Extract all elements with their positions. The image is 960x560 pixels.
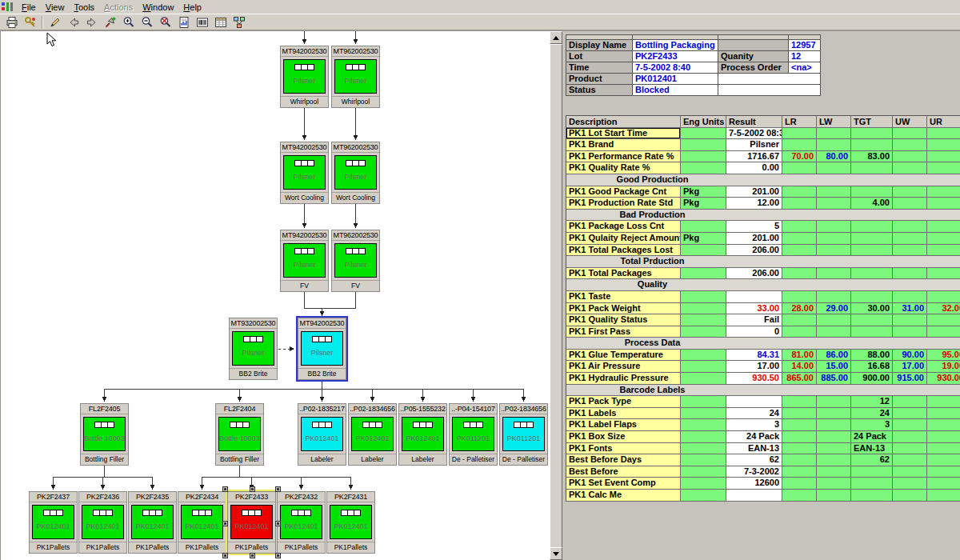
selection-handle[interactable] (250, 486, 255, 492)
section-row: Good Production (566, 174, 960, 186)
row-description[interactable]: PK1 Calc Me (566, 490, 681, 502)
scroll-up-button[interactable] (550, 31, 562, 44)
lot-node[interactable]: PK2F2432PK012401PK1Pallets (277, 491, 326, 554)
lot-node[interactable]: PK2F2433PK012401PK1Pallets (227, 491, 276, 554)
lot-node[interactable]: ..P02-1834656PK012401Labeler (348, 403, 397, 466)
barcode-icon[interactable] (193, 14, 211, 30)
row-description[interactable]: PK1 Total Packages Lost (566, 245, 681, 257)
lot-node[interactable]: FL2F2404Bottle 10003Bottling Filler (215, 403, 264, 466)
row-description[interactable]: PK1 Set Event Comp (566, 478, 681, 490)
forward-arrow-icon[interactable] (82, 14, 101, 30)
column-header-lr[interactable]: LR (782, 116, 817, 128)
lot-node[interactable]: MT962002530PilsnerWhirlpool (331, 46, 380, 108)
genealogy-diagram-panel[interactable]: MT942002530PilsnerWhirlpoolMT962002530Pi… (0, 30, 550, 560)
row-description[interactable]: PK1 Quality Rate % (566, 162, 681, 174)
row-description[interactable]: PK1 Quality Status (566, 314, 681, 326)
selection-handle[interactable] (275, 553, 281, 558)
row-description[interactable]: PK1 Brand (566, 139, 681, 151)
column-header-result[interactable]: Result (726, 116, 782, 128)
selection-handle[interactable] (222, 521, 228, 526)
lot-node[interactable]: PK2F2436PK012401PK1Pallets (78, 491, 127, 554)
row-cell: 201.00 (726, 233, 782, 245)
row-cell (817, 268, 851, 280)
zoom-out-icon[interactable] (138, 14, 156, 30)
scroll-down-button[interactable] (550, 547, 562, 560)
column-header-tgt[interactable]: TGT (851, 116, 893, 128)
row-cell: 70.00 (782, 151, 817, 163)
grid-view-icon[interactable] (211, 14, 230, 30)
selection-handle[interactable] (275, 486, 281, 492)
menu-view[interactable]: View (41, 2, 70, 14)
row-description[interactable]: PK1 Taste (566, 291, 681, 303)
selection-handle[interactable] (222, 486, 228, 492)
row-description[interactable]: PK1 Pack Weight (566, 303, 681, 315)
column-header-eng-units[interactable]: Eng Units (681, 116, 726, 128)
results-table[interactable]: DescriptionEng UnitsResultLRLWTGTUWURPK1… (566, 115, 960, 502)
lot-node[interactable]: PK2F2431PK012401PK1Pallets (326, 491, 375, 554)
lot-node[interactable]: MT932002530PilsnerBB2 Brite (229, 318, 278, 380)
row-description[interactable]: PK1 Performance Rate % (566, 151, 681, 163)
lot-node[interactable]: FL2F2405Bottle 10003Bottling Filler (80, 403, 129, 466)
lot-node[interactable]: MT942002530PilsnerFV (280, 230, 329, 292)
selection-handle[interactable] (222, 553, 228, 558)
column-header-description[interactable]: Description (566, 116, 681, 128)
genealogy-view-icon[interactable] (230, 14, 248, 30)
menu-file[interactable]: File (17, 2, 41, 14)
login-key-icon[interactable] (21, 14, 39, 30)
node-status-squares (44, 510, 63, 516)
row-description[interactable]: PK1 Box Size (566, 431, 681, 443)
row-description[interactable]: PK1 Package Loss Cnt (566, 221, 681, 233)
row-description[interactable]: PK1 Lot Start Time (566, 128, 681, 140)
row-description[interactable]: PK1 Hydraulic Pressure (566, 373, 681, 385)
lot-node[interactable]: PK2F2434PK012401PK1Pallets (178, 491, 226, 554)
lot-node[interactable]: ..-P04-154107PK011201De - Palletiser (449, 403, 498, 466)
row-description[interactable]: PK1 Air Pressure (566, 361, 681, 373)
locate-icon[interactable] (101, 14, 119, 30)
row-description[interactable]: PK1 Good Package Cnt (566, 186, 681, 198)
selection-handle[interactable] (250, 553, 255, 558)
row-description[interactable]: PK1 Fonts (566, 443, 681, 455)
back-arrow-icon[interactable] (64, 14, 82, 30)
row-description[interactable]: Best Before (566, 466, 681, 478)
row-description[interactable]: Best Before Days (566, 454, 681, 466)
lot-node[interactable]: PK2F2437PK012401PK1Pallets (29, 491, 78, 554)
row-cell (927, 221, 960, 233)
lot-node[interactable]: ..P02-1834656PK011201De - Palletiser (499, 403, 548, 466)
lot-node[interactable]: ..P05-1555232PK012401Labeler (398, 403, 447, 466)
diagram-vertical-scrollbar[interactable] (550, 30, 562, 560)
menu-window[interactable]: Window (138, 2, 178, 14)
lot-node[interactable]: MT942002530PilsnerBB2 Brite (298, 318, 346, 380)
row-description[interactable]: PK1 Qulaity Reject Amount (566, 233, 681, 245)
lot-node[interactable]: ..P02-1835217PK012401Labeler (298, 403, 346, 466)
column-header-ur[interactable]: UR (927, 116, 960, 128)
lot-node[interactable]: MT942002530PilsnerWort Cooling (280, 142, 329, 204)
menu-actions[interactable]: Actions (99, 2, 138, 14)
view-report-icon[interactable] (174, 14, 193, 30)
row-cell: 19.00 (927, 361, 960, 373)
row-description[interactable]: PK1 Label Flaps (566, 419, 681, 431)
row-description[interactable]: PK1 Pack Type (566, 396, 681, 408)
table-row: PK1 Calc Me (566, 490, 960, 502)
row-cell (893, 419, 927, 431)
row-description[interactable]: PK1 Glue Temperature (566, 350, 681, 362)
row-description[interactable]: PK1 Total Packages (566, 268, 681, 280)
info-value: PK012401 (633, 74, 718, 85)
menu-help[interactable]: Help (178, 2, 206, 14)
scrollbar-thumb[interactable] (550, 44, 562, 548)
row-description[interactable]: PK1 Production Rate Std (566, 198, 681, 210)
zoom-in-icon[interactable] (119, 14, 138, 30)
row-description[interactable]: PK1 First Pass (566, 326, 681, 338)
menu-tools[interactable]: Tools (69, 2, 99, 14)
print-icon[interactable] (2, 14, 21, 30)
column-header-lw[interactable]: LW (817, 116, 851, 128)
column-header-uw[interactable]: UW (893, 116, 927, 128)
selection-handle[interactable] (275, 521, 281, 526)
lot-node[interactable]: MT962002530PilsnerFV (331, 230, 380, 292)
node-product: Pilsner (335, 77, 376, 85)
row-description[interactable]: PK1 Labels (566, 408, 681, 420)
zoom-off-icon[interactable] (156, 14, 174, 30)
lot-node[interactable]: MT962002530PilsnerWort Cooling (331, 142, 380, 204)
edit-pencil-icon[interactable] (46, 14, 64, 30)
lot-node[interactable]: MT942002530PilsnerWhirlpool (280, 46, 329, 108)
lot-node[interactable]: PK2F2435PK012401PK1Pallets (128, 491, 177, 554)
